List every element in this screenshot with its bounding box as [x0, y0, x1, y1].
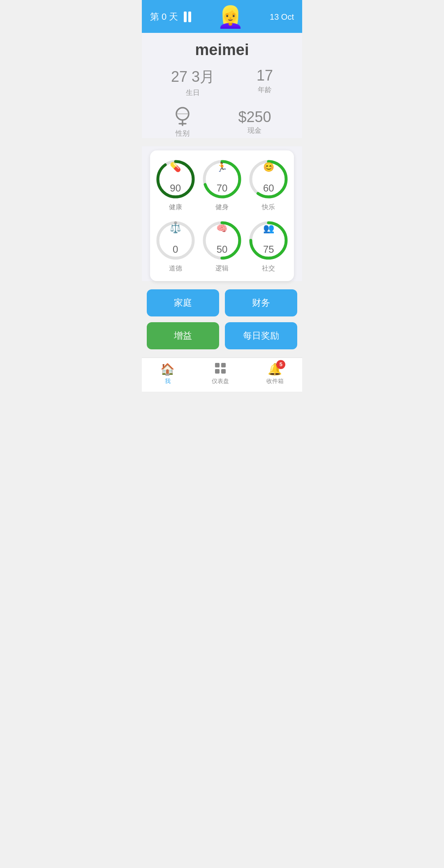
boost-button[interactable]: 增益 — [147, 322, 219, 349]
gender-label: 性别 — [173, 129, 192, 138]
birthday-stat: 27 3月 生日 — [171, 67, 215, 97]
stat-label-逻辑: 逻辑 — [215, 264, 229, 273]
stat-item-快乐: 😊 60 快乐 — [247, 159, 290, 212]
circle-container-健身: 🏃 70 — [201, 159, 243, 200]
cash-value: $250 — [238, 108, 271, 126]
stat-label-道德: 道德 — [169, 264, 182, 273]
pause-icon[interactable] — [184, 12, 191, 22]
buttons-section: 家庭 财务 增益 每日奖励 — [142, 289, 302, 349]
stat-value-健康: 90 — [170, 182, 181, 194]
profile-extra: 性别 $250 现金 — [150, 106, 294, 138]
stat-icon-健康: 💊 — [170, 163, 181, 172]
nav-label-dashboard: 仪表盘 — [212, 378, 229, 385]
stat-label-健康: 健康 — [169, 203, 182, 212]
nav-item-me[interactable]: 🏠 我 — [160, 362, 175, 385]
stat-icon-道德: ⚖️ — [170, 224, 181, 233]
button-row-1: 家庭 财务 — [147, 289, 297, 316]
button-row-2: 增益 每日奖励 — [147, 322, 297, 349]
stat-label-健身: 健身 — [215, 203, 229, 212]
bell-icon-wrapper: 🔔 5 — [268, 362, 282, 376]
circle-container-逻辑: 🧠 50 — [201, 220, 243, 261]
stat-label-快乐: 快乐 — [262, 203, 275, 212]
svg-rect-5 — [221, 363, 226, 367]
birthday-value: 27 3月 — [171, 67, 215, 87]
header: 第 0 天 👱‍♀️ 13 Oct — [142, 0, 302, 33]
notification-badge: 5 — [276, 360, 285, 369]
date-label: 13 Oct — [270, 12, 294, 22]
circle-container-道德: ⚖️ 0 — [155, 220, 196, 261]
finance-button[interactable]: 财务 — [225, 289, 297, 316]
profile-stats: 27 3月 生日 17 年龄 — [150, 67, 294, 97]
profile-section: meimei 27 3月 生日 17 年龄 性别 — [142, 33, 302, 138]
profile-name: meimei — [150, 41, 294, 59]
stat-item-逻辑: 🧠 50 逻辑 — [201, 220, 243, 273]
home-icon: 🏠 — [160, 363, 175, 376]
nav-item-inbox[interactable]: 🔔 5 收件箱 — [266, 362, 284, 385]
family-button[interactable]: 家庭 — [147, 289, 219, 316]
age-label: 年龄 — [257, 85, 273, 95]
stat-item-道德: ⚖️ 0 道德 — [154, 220, 197, 273]
stats-grid: 💊 90 健康 🏃 70 健身 😊 60 — [154, 159, 290, 273]
circle-container-社交: 👥 75 — [248, 220, 289, 261]
age-value: 17 — [257, 67, 273, 84]
day-label: 第 0 天 — [150, 11, 178, 23]
stat-icon-社交: 👥 — [263, 224, 274, 233]
stat-value-道德: 0 — [173, 244, 178, 255]
dashboard-icon-wrapper — [214, 362, 227, 376]
day-info: 第 0 天 — [150, 11, 191, 23]
gender-icon — [173, 106, 192, 127]
stat-value-快乐: 60 — [263, 182, 274, 194]
cash-label: 现金 — [238, 126, 271, 135]
daily-reward-button[interactable]: 每日奖励 — [225, 322, 297, 349]
circle-container-健康: 💊 90 — [155, 159, 196, 200]
gender-item: 性别 — [173, 106, 192, 138]
stat-value-逻辑: 50 — [217, 244, 228, 255]
nav-label-me: 我 — [165, 378, 171, 385]
svg-rect-7 — [221, 369, 226, 374]
dashboard-icon — [214, 362, 227, 374]
stat-value-健身: 70 — [217, 182, 228, 194]
svg-rect-6 — [215, 369, 220, 374]
stat-item-健身: 🏃 70 健身 — [201, 159, 243, 212]
home-icon-wrapper: 🏠 — [160, 362, 175, 376]
stat-value-社交: 75 — [263, 244, 274, 255]
stats-card: 💊 90 健康 🏃 70 健身 😊 60 — [150, 150, 294, 281]
stat-icon-快乐: 😊 — [263, 163, 274, 172]
stat-icon-健身: 🏃 — [216, 163, 227, 172]
avatar[interactable]: 👱‍♀️ — [217, 6, 244, 28]
stat-label-社交: 社交 — [262, 264, 275, 273]
nav-item-dashboard[interactable]: 仪表盘 — [212, 362, 229, 385]
stat-icon-逻辑: 🧠 — [216, 224, 227, 233]
bottom-nav: 🏠 我 仪表盘 🔔 5 收件箱 — [142, 358, 302, 392]
birthday-label: 生日 — [171, 88, 215, 97]
svg-rect-4 — [215, 363, 220, 367]
stat-item-社交: 👥 75 社交 — [247, 220, 290, 273]
cash-item: $250 现金 — [238, 108, 271, 135]
nav-label-inbox: 收件箱 — [266, 378, 284, 385]
circle-container-快乐: 😊 60 — [248, 159, 289, 200]
stat-item-健康: 💊 90 健康 — [154, 159, 197, 212]
age-stat: 17 年龄 — [257, 67, 273, 97]
